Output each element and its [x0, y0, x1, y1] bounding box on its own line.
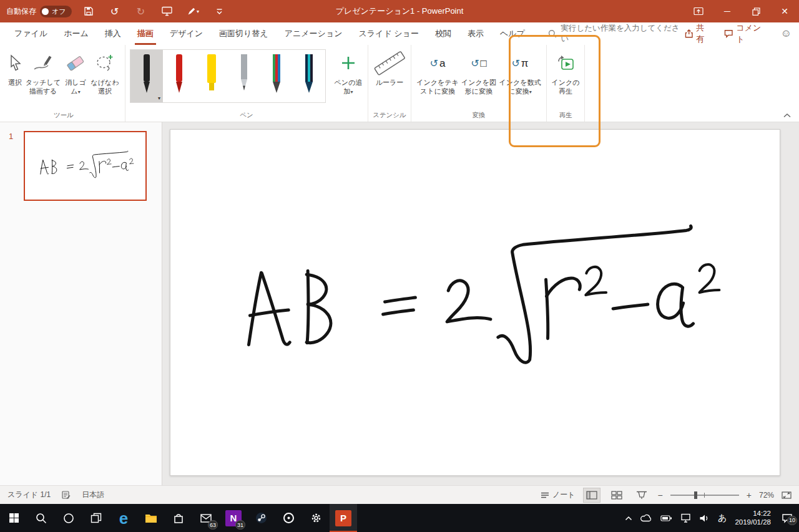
language-indicator[interactable]: 日本語 [82, 490, 104, 500]
autosave-knob [42, 8, 49, 15]
edge-button[interactable]: e [110, 504, 137, 532]
slide-indicator: スライド 1/1 [7, 490, 51, 500]
tab-draw[interactable]: 描画 [129, 22, 162, 45]
camera-app-button[interactable] [275, 504, 302, 532]
zoom-level[interactable]: 72% [759, 491, 774, 500]
network-tray-button[interactable] [680, 513, 691, 523]
minimize-button[interactable]: ─ [713, 0, 742, 22]
add-plus-icon [340, 55, 356, 71]
taskbar-clock[interactable]: 14:22 2019/01/28 [735, 510, 771, 526]
pen-red[interactable] [163, 50, 195, 102]
taskbar-search-button[interactable] [27, 504, 55, 532]
ink-to-shape-button[interactable]: ↺□ インクを図形に変換 [461, 47, 497, 95]
tab-file[interactable]: ファイル [6, 22, 56, 45]
close-icon: ✕ [781, 6, 788, 16]
ink-replay-button[interactable]: インクの再生 [551, 47, 580, 95]
cortana-icon [63, 513, 74, 524]
tab-review[interactable]: 校閲 [427, 22, 459, 45]
mail-button[interactable]: 63 [192, 504, 220, 532]
tell-me-search[interactable]: 実行したい作業を入力してください [548, 22, 685, 45]
store-button[interactable] [165, 504, 192, 532]
pencil-silver[interactable] [228, 50, 260, 102]
pen-rainbow[interactable] [260, 50, 293, 102]
pen-galaxy[interactable] [293, 50, 325, 102]
autosave-toggle[interactable]: 自動保存 オフ [6, 6, 72, 17]
ime-mode-button[interactable]: あ [718, 513, 727, 524]
ink-to-text-button[interactable]: ↺a インクをテキストに変換 [416, 47, 459, 95]
ink-to-math-button[interactable]: ↺π インクを数式に変換▾ [498, 47, 542, 97]
windows-taskbar: e 63 N 31 P [0, 504, 799, 532]
status-indicator-button[interactable] [62, 491, 71, 499]
slide-thumbnail-pane[interactable]: 1 [0, 122, 162, 485]
powerpoint-taskbar-button[interactable]: P [330, 504, 357, 532]
task-view-button[interactable] [82, 504, 110, 532]
minimize-icon: ─ [724, 6, 730, 16]
tab-help[interactable]: ヘルプ [492, 22, 533, 45]
slideshow-view-button[interactable] [633, 488, 650, 503]
pen-options-caret-icon[interactable]: ▾ [158, 95, 160, 101]
select-button[interactable]: 選択 [7, 47, 23, 87]
tab-slideshow[interactable]: スライド ショー [350, 22, 426, 45]
eraser-button[interactable]: 消しゴム▾ [63, 47, 88, 97]
start-slideshow-button[interactable] [158, 2, 177, 21]
zoom-in-button[interactable]: + [747, 490, 752, 500]
zoom-out-button[interactable]: − [658, 490, 663, 500]
action-center-button[interactable]: 10 [782, 513, 793, 523]
tab-view[interactable]: 表示 [459, 22, 492, 45]
tab-animations[interactable]: アニメーション [277, 22, 351, 45]
eraser-label: 消しゴム▾ [63, 78, 88, 97]
pen-black[interactable]: ▾ [130, 50, 163, 102]
draw-with-touch-button[interactable]: タッチして描画する [24, 47, 62, 95]
settings-button[interactable] [302, 504, 330, 532]
workspace: 1 AB = 2√r²−a² [0, 122, 799, 485]
zoom-slider-thumb[interactable] [694, 491, 697, 499]
undo-button[interactable]: ↺ [105, 2, 124, 21]
edge-icon: e [119, 510, 128, 526]
pen-tool-button[interactable]: ▾ [184, 2, 203, 21]
customize-qat-button[interactable] [210, 2, 229, 21]
chevron-up-icon [625, 516, 632, 521]
ribbon-display-icon [694, 7, 703, 16]
onenote-button[interactable]: N 31 [220, 504, 247, 532]
restore-button[interactable] [742, 0, 770, 22]
comments-button[interactable]: コメント [724, 22, 768, 45]
notes-icon [541, 491, 549, 499]
tab-design[interactable]: デザイン [162, 22, 211, 45]
zoom-slider[interactable] [670, 495, 739, 496]
redo-button[interactable]: ↻ [132, 2, 150, 21]
add-pen-button[interactable]: ペンの追加▾ [333, 47, 363, 97]
comments-label: コメント [736, 22, 768, 45]
tab-home[interactable]: ホーム [56, 22, 97, 45]
steam-button[interactable] [247, 504, 275, 532]
start-button[interactable] [0, 504, 27, 532]
cortana-button[interactable] [55, 504, 82, 532]
tab-insert[interactable]: 挿入 [97, 22, 129, 45]
volume-tray-button[interactable] [699, 514, 710, 523]
slide-sorter-view-button[interactable] [608, 488, 625, 503]
group-convert: ↺a インクをテキストに変換 ↺□ インクを図形に変換 ↺π インクを数式に変換… [411, 45, 547, 122]
ruler-button[interactable]: ルーラー [373, 47, 406, 87]
notes-toggle-button[interactable]: ノート [541, 490, 576, 500]
battery-tray-button[interactable] [660, 515, 672, 521]
save-button[interactable] [79, 2, 98, 21]
collapse-ribbon-button[interactable] [783, 113, 792, 118]
slide-thumbnail[interactable] [24, 131, 147, 201]
feedback-smiley-button[interactable]: ☺ [781, 27, 792, 40]
ribbon-display-options-button[interactable] [684, 0, 713, 22]
close-button[interactable]: ✕ [770, 0, 799, 22]
hidden-icons-button[interactable] [625, 516, 632, 521]
highlighter-yellow[interactable] [195, 50, 228, 102]
autosave-pill[interactable]: オフ [40, 6, 72, 17]
lasso-select-button[interactable]: なげなわ選択 [89, 47, 120, 95]
camera-icon [283, 512, 295, 524]
task-view-icon [91, 513, 102, 523]
normal-view-button[interactable] [583, 488, 600, 503]
file-explorer-button[interactable] [137, 504, 165, 532]
battery-icon [660, 515, 672, 521]
tab-transitions[interactable]: 画面切り替え [211, 22, 277, 45]
share-button[interactable]: 共有 [685, 22, 712, 45]
onedrive-tray-button[interactable] [640, 514, 652, 522]
chevron-down-icon: ▾ [197, 9, 199, 14]
slide-canvas[interactable]: AB = 2√r²−a² [170, 129, 780, 476]
fit-to-window-button[interactable] [782, 491, 792, 500]
